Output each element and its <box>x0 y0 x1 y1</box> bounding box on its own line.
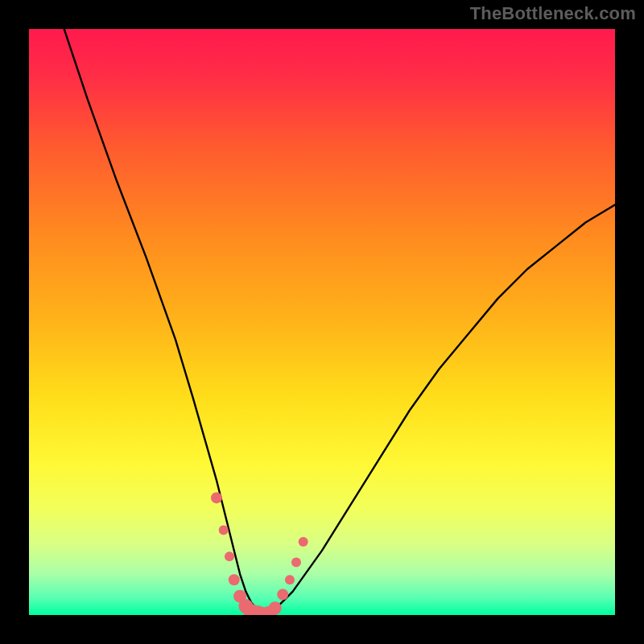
chart-stage: TheBottleneck.com <box>0 0 644 644</box>
data-marker <box>291 557 301 567</box>
data-marker <box>211 492 222 503</box>
data-marker <box>277 589 288 601</box>
data-marker <box>229 574 240 585</box>
data-marker <box>219 525 229 535</box>
data-marker <box>225 551 234 561</box>
data-marker <box>285 575 295 584</box>
data-marker <box>299 537 308 547</box>
data-marker <box>269 601 282 614</box>
bottleneck-chart <box>0 0 644 644</box>
watermark-label: TheBottleneck.com <box>470 3 636 24</box>
plot-background <box>29 29 615 615</box>
